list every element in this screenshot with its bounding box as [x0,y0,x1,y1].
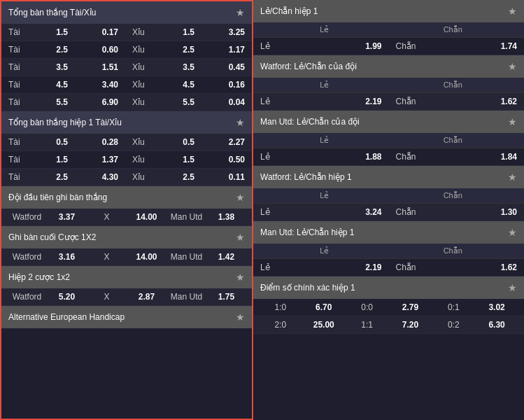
tai-val: 2.5 [40,172,68,182]
table-row: Tài 1.5 0.17 Xỉu 1.5 3.25 [1,24,252,41]
tai-val: 3.5 [40,62,68,72]
xiu-val: 0.5 [167,137,194,147]
team2-val: 1.42 [206,252,246,262]
xiu-label: Xỉu [132,80,164,90]
chan-val: 1.74 [493,41,517,51]
table-row: Lẻ 1.99 Chẵn 1.74 [253,38,524,55]
r-section2-subheader: Lẻ Chẵn [253,78,524,93]
le-val: 2.19 [357,262,382,272]
score-val: 6.30 [475,320,518,330]
table-row: Lẻ 1.88 Chẵn 1.84 [253,148,524,166]
tai-label: Tài [8,45,40,55]
le-label: Lẻ [260,207,357,217]
score-label: 0:0 [346,302,389,312]
tai-val: 1.5 [40,155,68,164]
xiu-label: Xỉu [132,97,164,107]
section3-title: Đội đầu tiên ghi bàn thắng [8,192,107,202]
xiu-label: Xỉu [132,137,164,147]
table-row: Tài 1.5 1.37 Xỉu 1.5 0.50 [1,151,252,169]
team2-val: 1.75 [206,292,246,302]
xiu-num: 0.45 [217,62,245,72]
xiu-label: Xỉu [132,172,164,182]
score-val: 3.02 [475,302,518,312]
table-row: Lẻ 2.19 Chẵn 1.62 [253,93,524,111]
section4-star[interactable]: ★ [236,232,245,243]
r-section1-header: Lẻ/Chẵn hiệp 1 ★ [253,0,524,22]
tai-num: 0.28 [90,137,118,147]
table-row: Tài 2.5 0.60 Xỉu 2.5 1.17 [1,41,252,59]
tai-label: Tài [8,155,40,164]
r-section2-title: Watford: Lẻ/Chẵn của đội [260,62,357,71]
tai-num: 0.60 [90,45,118,55]
section1-header: Tổng bàn thắng Tài/Xỉu ★ [1,1,252,24]
chan-sub-label: Chẵn [389,136,518,145]
x-val: 14.00 [127,212,167,222]
score-label: 1:1 [346,320,389,330]
xiu-num: 3.25 [217,27,245,37]
chan-label: Chẵn [396,262,493,272]
tai-num: 1.37 [90,155,118,164]
x-label: X [87,252,127,262]
tai-label: Tài [8,80,40,90]
table-row: Lẻ 2.19 Chẵn 1.62 [253,259,524,276]
r-section5-header: Man Utd: Lẻ/Chẵn hiệp 1 ★ [253,221,524,244]
table-row: Watford 5.20 X 2.87 Man Utd 1.75 [1,288,252,306]
r-section2-star[interactable]: ★ [508,61,517,72]
score-label: 0:1 [432,302,475,312]
score-label: 2:0 [259,320,302,330]
r-section2-header: Watford: Lẻ/Chẵn của đội ★ [253,55,524,78]
le-sub-label: Lẻ [260,80,389,90]
team2-val: 1.38 [206,212,246,222]
team2-label: Man Utd [167,212,206,222]
team2-label: Man Utd [167,292,206,302]
section2-header: Tổng bàn thắng hiệp 1 Tài/Xỉu ★ [1,111,252,134]
xiu-val: 2.5 [167,172,194,182]
xiu-num: 1.17 [217,45,245,55]
xiu-num: 0.11 [217,172,245,182]
team1-label: Watford [7,252,47,262]
score-val: 7.20 [388,320,432,330]
score-val: 2.79 [388,302,432,312]
chan-val: 1.84 [493,152,517,162]
le-val: 1.88 [357,152,382,162]
section1-star[interactable]: ★ [236,7,245,18]
tai-label: Tài [8,97,40,107]
le-val: 1.99 [357,41,382,51]
xiu-val: 1.5 [167,27,194,37]
xiu-val: 2.5 [167,45,194,55]
xiu-num: 0.04 [217,97,245,107]
r-section3-subheader: Lẻ Chẵn [253,133,524,148]
le-sub-label: Lẻ [260,136,389,145]
team1-val: 3.16 [47,252,87,262]
section6-title: Alternative European Handicap [8,312,125,322]
section3-star[interactable]: ★ [236,192,245,203]
r-section4-star[interactable]: ★ [508,172,517,183]
r-section5-star[interactable]: ★ [508,227,517,238]
r-section3-star[interactable]: ★ [508,116,517,127]
chan-sub-label: Chẵn [389,191,518,200]
chan-sub-label: Chẵn [389,80,518,90]
le-label: Lẻ [260,41,357,51]
table-row: 2:0 25.00 1:1 7.20 0:2 6.30 [253,316,524,334]
table-row: Watford 3.16 X 14.00 Man Utd 1.42 [1,248,252,266]
xiu-num: 0.50 [217,155,245,164]
r-section6-title: Điểm số chính xác hiệp 1 [260,283,355,293]
tai-num: 0.17 [90,27,118,37]
section2-star[interactable]: ★ [236,117,245,128]
chan-val: 1.30 [493,207,517,217]
xiu-label: Xỉu [132,155,164,164]
section6-star[interactable]: ★ [236,312,245,323]
le-sub-label: Lẻ [260,25,389,34]
section2-title: Tổng bàn thắng hiệp 1 Tài/Xỉu [8,118,122,127]
tai-label: Tài [8,137,40,147]
xiu-label: Xỉu [132,62,164,72]
r-section1-star[interactable]: ★ [508,6,517,17]
le-sub-label: Lẻ [260,246,389,255]
section5-star[interactable]: ★ [236,272,245,283]
team1-label: Watford [7,292,47,302]
chan-label: Chẵn [396,152,493,162]
xiu-val: 4.5 [167,80,194,90]
left-panel: Tổng bàn thắng Tài/Xỉu ★ Tài 1.5 0.17 Xỉ… [0,0,253,420]
r-section6-star[interactable]: ★ [508,282,517,293]
r-section3-title: Man Utd: Lẻ/Chẵn của đội [260,117,360,127]
